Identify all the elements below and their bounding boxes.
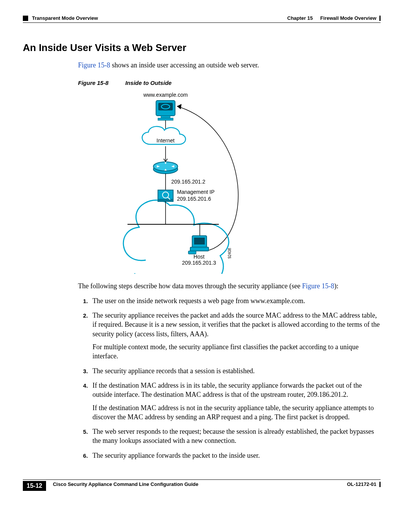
section-title: An Inside User Visits a Web Server xyxy=(23,42,381,54)
figure-ref-link[interactable]: Figure 15-8 xyxy=(78,61,110,69)
web-server-icon xyxy=(156,101,175,120)
step-item: The security appliance forwards the pack… xyxy=(89,451,381,460)
step-text: The security appliance records that a se… xyxy=(92,367,255,375)
footer-doc-id: OL-12172-01 xyxy=(347,481,376,487)
steps-intro-text: The following steps describe how data mo… xyxy=(78,282,302,290)
header-chapter-title: Firewall Mode Overview xyxy=(320,15,376,21)
step-item: If the destination MAC address is in its… xyxy=(89,381,381,422)
header-section: Transparent Mode Overview xyxy=(32,15,98,21)
header-left: Transparent Mode Overview xyxy=(23,15,98,21)
security-appliance-icon xyxy=(158,190,173,201)
steps-intro: The following steps describe how data mo… xyxy=(78,281,381,460)
page-number-badge: 15-12 xyxy=(23,481,46,491)
header-right: Chapter 15 Firewall Mode Overview xyxy=(287,15,381,21)
figure-ref-link-2[interactable]: Figure 15-8 xyxy=(302,282,335,290)
figure-number: Figure 15-8 xyxy=(78,80,108,86)
mgmt-label: Management IP xyxy=(177,189,215,195)
mgmt-ip: 209.165.201.6 xyxy=(177,196,211,202)
page-footer: 15-12 Cisco Security Appliance Command L… xyxy=(23,479,381,491)
footer-rule xyxy=(23,479,381,480)
router-icon xyxy=(153,162,178,174)
step-text: The security appliance forwards the pack… xyxy=(92,452,260,459)
step-text: The security appliance receives the pack… xyxy=(92,312,380,338)
svg-rect-3 xyxy=(161,116,170,118)
router-ip: 209.165.201.2 xyxy=(171,179,206,185)
steps-list: The user on the inside network requests … xyxy=(78,296,381,460)
internet-label: Internet xyxy=(156,137,175,144)
step-text: If the destination MAC address is in its… xyxy=(92,382,362,398)
intro-line: Figure 15-8 shows an inside user accessi… xyxy=(78,61,381,70)
figure-id: 92408 xyxy=(228,248,232,258)
header-rule xyxy=(23,22,381,23)
header-bar-icon xyxy=(379,16,381,21)
svg-rect-4 xyxy=(158,118,173,120)
step-item: The security appliance receives the pack… xyxy=(89,311,381,361)
svg-rect-10 xyxy=(158,199,173,201)
step-item: The web server responds to the request; … xyxy=(89,427,381,446)
intro-rest: shows an inside user accessing an outsid… xyxy=(110,61,259,69)
arrow-head-icon xyxy=(177,104,182,109)
page-header: Transparent Mode Overview Chapter 15 Fir… xyxy=(23,15,381,21)
figure-title: Inside to Outside xyxy=(125,80,172,86)
svg-rect-15 xyxy=(190,247,209,251)
host-ip: 209.165.201.3 xyxy=(182,260,216,266)
figure-caption: Figure 15-8 Inside to Outside xyxy=(78,79,381,87)
step-item: The user on the inside network requests … xyxy=(89,296,381,305)
server-label: www.example.com xyxy=(143,92,188,98)
step-item: The security appliance records that a se… xyxy=(89,366,381,375)
header-marker-icon xyxy=(23,16,28,21)
step-text: For multiple context mode, the security … xyxy=(92,342,381,361)
footer-bar-icon xyxy=(379,482,381,487)
diagram-svg: www.example.com Internet xyxy=(78,91,268,274)
step-text: The web server responds to the request; … xyxy=(92,428,374,444)
step-text: If the destination MAC address is not in… xyxy=(92,403,381,422)
host-label: Host xyxy=(194,254,205,260)
step-text: The user on the inside network requests … xyxy=(92,297,305,305)
page: Transparent Mode Overview Chapter 15 Fir… xyxy=(0,0,411,502)
host-pc-icon xyxy=(188,236,209,254)
header-chapter-label: Chapter 15 xyxy=(287,15,313,21)
steps-intro-close: ): xyxy=(334,282,338,290)
network-diagram: www.example.com Internet xyxy=(78,91,381,274)
body-content: Figure 15-8 shows an inside user accessi… xyxy=(78,61,381,87)
footer-book-title: Cisco Security Appliance Command Line Co… xyxy=(53,481,347,487)
svg-rect-14 xyxy=(194,238,205,244)
